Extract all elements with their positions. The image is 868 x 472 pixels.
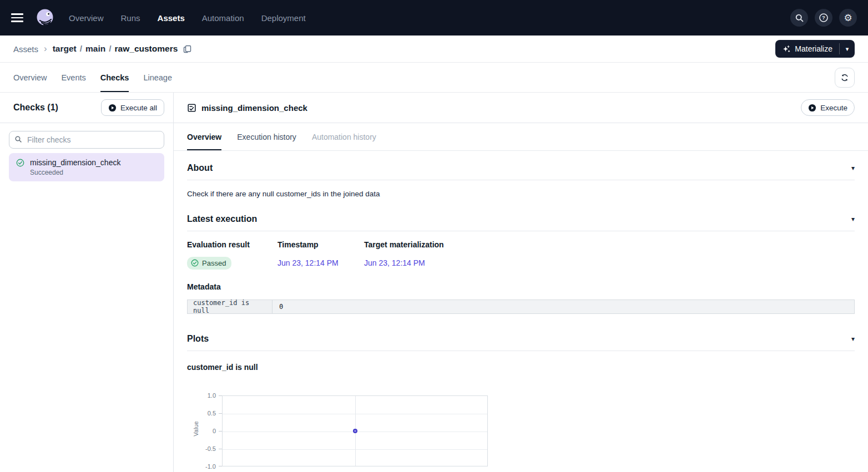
check-circle-icon — [16, 159, 24, 167]
target-materialization-link[interactable]: Jun 23, 12:14 PM — [364, 258, 425, 267]
nav-runs[interactable]: Runs — [121, 13, 140, 23]
caret-down-icon: ▾ — [846, 45, 849, 53]
primary-nav: Overview Runs Assets Automation Deployme… — [69, 13, 306, 23]
nav-automation[interactable]: Automation — [202, 13, 244, 23]
asset-check-icon — [187, 103, 196, 113]
caret-down-icon: ▾ — [851, 215, 855, 223]
latest-execution-table: Evaluation result Timestamp Target mater… — [187, 240, 855, 270]
hamburger-menu-icon[interactable] — [11, 13, 26, 22]
check-circle-icon — [191, 259, 199, 267]
execute-button[interactable]: Execute — [801, 99, 855, 116]
play-icon — [808, 104, 816, 112]
metadata-key: customer_id is null — [188, 300, 272, 313]
collapse-about-button[interactable]: ▾ — [851, 165, 855, 171]
detail-tab-execution-history[interactable]: Execution history — [237, 123, 296, 150]
plots-title: Plots — [187, 332, 209, 346]
plot-area — [222, 395, 488, 466]
settings-button[interactable]: ⚙ — [839, 9, 857, 27]
materialize-button[interactable]: Materialize — [775, 40, 839, 58]
breadcrumb-separator: / — [109, 44, 111, 54]
metadata-table: customer_id is null 0 — [187, 300, 855, 314]
refresh-button[interactable] — [835, 68, 855, 88]
y-tick: 0 — [187, 427, 216, 435]
help-icon: ? — [819, 13, 829, 23]
breadcrumb-assets-link[interactable]: Assets — [13, 44, 38, 54]
top-nav: Overview Runs Assets Automation Deployme… — [0, 0, 868, 35]
help-button[interactable]: ? — [815, 9, 832, 27]
copy-button[interactable] — [183, 45, 191, 53]
detail-tab-bar: Overview Execution history Automation hi… — [174, 123, 868, 151]
materialize-dropdown-button[interactable]: ▾ — [840, 40, 855, 58]
svg-text:?: ? — [822, 14, 825, 21]
detail-tab-automation-history[interactable]: Automation history — [312, 123, 376, 150]
detail-tab-overview[interactable]: Overview — [187, 123, 221, 150]
check-item-name: missing_dimension_check — [30, 158, 120, 167]
materialize-split-button: Materialize ▾ — [775, 40, 855, 58]
tab-lineage[interactable]: Lineage — [143, 63, 172, 92]
y-tick: 1.0 — [187, 392, 216, 399]
passed-status-badge: Passed — [187, 257, 231, 270]
y-tick: -1.0 — [187, 463, 216, 470]
checks-panel: Checks (1) Execute all — [0, 93, 174, 472]
check-detail-panel: missing_dimension_check Execute Overview… — [174, 93, 868, 472]
column-timestamp: Timestamp — [277, 240, 364, 250]
nav-deployment[interactable]: Deployment — [261, 13, 306, 23]
materialize-label: Materialize — [795, 44, 832, 53]
column-evaluation-result: Evaluation result — [187, 240, 277, 250]
nav-assets[interactable]: Assets — [158, 13, 185, 23]
breadcrumb-separator: / — [80, 44, 82, 54]
filter-checks-input[interactable] — [9, 131, 164, 149]
checks-panel-title: Checks (1) — [13, 103, 58, 113]
collapse-plots-button[interactable]: ▾ — [851, 336, 855, 342]
search-icon — [795, 13, 804, 23]
check-list-item[interactable]: missing_dimension_check Succeeded — [9, 153, 164, 181]
plot-title: customer_id is null — [187, 363, 855, 373]
execute-all-button[interactable]: Execute all — [101, 99, 164, 116]
breadcrumb-bar: Assets › target / main / raw_customers M… — [0, 35, 868, 63]
refresh-icon — [840, 73, 849, 82]
search-icon — [14, 135, 22, 143]
collapse-latest-execution-button[interactable]: ▾ — [851, 216, 855, 222]
nav-overview[interactable]: Overview — [69, 13, 104, 23]
tab-events[interactable]: Events — [61, 63, 85, 92]
asset-tab-bar: Overview Events Checks Lineage — [0, 63, 868, 93]
check-item-status: Succeeded — [30, 169, 158, 176]
y-tick: -0.5 — [187, 445, 216, 453]
caret-down-icon: ▾ — [851, 164, 855, 172]
breadcrumb-main[interactable]: main — [85, 44, 105, 54]
caret-down-icon: ▾ — [851, 335, 855, 343]
copy-icon — [183, 45, 191, 53]
timestamp-link[interactable]: Jun 23, 12:14 PM — [277, 258, 339, 267]
chevron-right-icon: › — [44, 43, 47, 54]
play-icon — [108, 104, 117, 112]
value-scatter-chart: Value 1.0 0.5 0 -0.5 -1.0 Jun — [187, 395, 855, 472]
y-tick: 0.5 — [187, 409, 216, 417]
search-button[interactable] — [790, 9, 808, 27]
tab-checks[interactable]: Checks — [100, 63, 129, 92]
metadata-title: Metadata — [187, 282, 855, 292]
about-title: About — [187, 161, 213, 175]
tab-overview[interactable]: Overview — [13, 63, 47, 92]
latest-execution-title: Latest execution — [187, 212, 257, 226]
gear-icon: ⚙ — [844, 13, 852, 23]
metadata-value: 0 — [272, 300, 854, 313]
sparkle-icon — [782, 44, 791, 53]
check-description: Check if there are any null customer_ids… — [187, 189, 855, 200]
breadcrumb-target[interactable]: target — [53, 44, 77, 54]
breadcrumb-asset-name: raw_customers — [115, 44, 178, 54]
plots-section-header: Plots ▾ — [187, 332, 855, 351]
latest-execution-section-header: Latest execution ▾ — [187, 212, 855, 231]
check-detail-title: missing_dimension_check — [201, 103, 307, 113]
about-section-header: About ▾ — [187, 161, 855, 180]
column-target-materialization: Target materialization — [364, 240, 855, 250]
data-point[interactable] — [353, 429, 357, 433]
dagster-logo-icon[interactable] — [34, 7, 55, 28]
